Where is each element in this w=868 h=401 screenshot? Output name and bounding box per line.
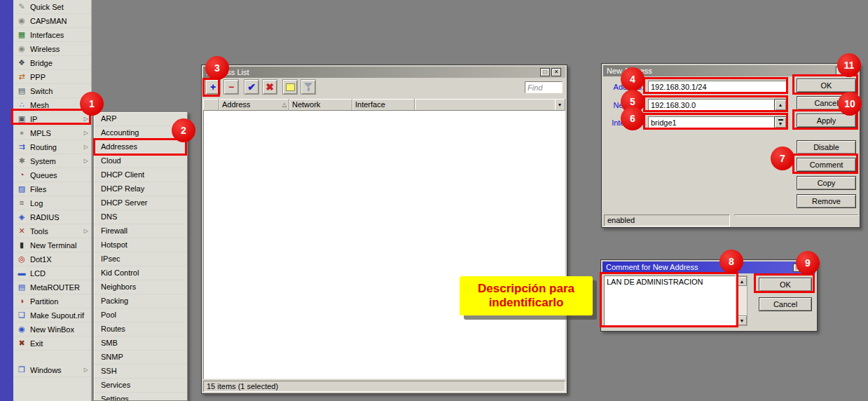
submenu-item-neighbors[interactable]: Neighbors bbox=[94, 280, 187, 294]
cancel-button[interactable]: Cancel bbox=[759, 297, 812, 311]
sidebar-item-bridge[interactable]: ❖Bridge bbox=[13, 56, 91, 70]
sidebar-item-label: Windows bbox=[30, 366, 84, 374]
scroll-track[interactable] bbox=[737, 286, 747, 315]
new-address-titlebar[interactable]: New Address bbox=[603, 65, 858, 76]
sidebar-item-make-supout-rif[interactable]: ❏Make Supout.rif bbox=[13, 308, 91, 322]
apply-button[interactable]: Apply bbox=[797, 114, 856, 128]
submenu-item-settings[interactable]: Settings bbox=[94, 393, 187, 401]
submenu-item-services[interactable]: Services bbox=[94, 379, 187, 393]
submenu-item-cloud[interactable]: Cloud bbox=[94, 154, 187, 168]
sidebar-item-capsman[interactable]: ◉CAPsMAN bbox=[13, 14, 91, 28]
submenu-item-addresses[interactable]: Addresses bbox=[94, 140, 187, 154]
sidebar-item-label: Tools bbox=[30, 227, 84, 236]
dropdown-button[interactable]: ▼ bbox=[774, 116, 787, 128]
comment-dialog-titlebar[interactable]: Comment for New Address bbox=[602, 261, 815, 273]
close-button[interactable]: ✕ bbox=[847, 67, 857, 75]
sidebar-item-exit[interactable]: ✖Exit bbox=[13, 337, 91, 351]
sidebar-item-tools[interactable]: ✕Tools▷ bbox=[13, 224, 91, 238]
sidebar-item-system[interactable]: ✱System▷ bbox=[13, 154, 91, 168]
maximize-icon: □ bbox=[797, 264, 800, 271]
submenu-item-ipsec[interactable]: IPsec bbox=[94, 252, 187, 266]
sidebar-item-metarouter[interactable]: ▤MetaROUTER bbox=[13, 280, 91, 294]
find-input[interactable] bbox=[525, 81, 563, 93]
sidebar-item-dot1x[interactable]: ◎Dot1X bbox=[13, 252, 91, 266]
submenu-item-snmp[interactable]: SNMP bbox=[94, 351, 187, 365]
submenu-item-packing[interactable]: Packing bbox=[94, 294, 187, 308]
column-header-network[interactable]: Network bbox=[289, 99, 352, 110]
sidebar-item-partition[interactable]: ◑Partition bbox=[13, 294, 91, 308]
maximize-button[interactable]: □ bbox=[540, 68, 550, 76]
ok-button[interactable]: OK bbox=[797, 79, 856, 93]
add-button[interactable]: + bbox=[205, 79, 221, 95]
column-header-interface[interactable]: Interface bbox=[352, 99, 415, 110]
ok-button[interactable]: OK bbox=[759, 278, 812, 292]
close-button[interactable]: ✕ bbox=[804, 264, 814, 272]
sidebar-item-radius[interactable]: ◈RADIUS bbox=[13, 210, 91, 224]
sidebar-item-interfaces[interactable]: ▦Interfaces bbox=[13, 28, 91, 42]
copy-button[interactable]: Copy bbox=[797, 176, 856, 190]
address-list-titlebar[interactable]: Address List bbox=[203, 67, 565, 78]
submenu-item-dhcp-relay[interactable]: DHCP Relay bbox=[94, 182, 187, 196]
maximize-button[interactable]: □ bbox=[793, 264, 803, 272]
submenu-item-smb[interactable]: SMB bbox=[94, 337, 187, 351]
submenu-item-pool[interactable]: Pool bbox=[94, 308, 187, 322]
maximize-button[interactable]: □ bbox=[836, 67, 846, 75]
sidebar-item-label: System bbox=[30, 157, 84, 165]
submenu-item-accounting[interactable]: Accounting bbox=[94, 126, 187, 140]
sidebar-item-wireless[interactable]: ◉Wireless bbox=[13, 42, 91, 56]
enable-button[interactable]: ✔ bbox=[244, 79, 259, 95]
submenu-item-arp[interactable]: ARP bbox=[94, 112, 187, 126]
switch-icon: ▤ bbox=[16, 87, 27, 95]
cancel-button[interactable]: Cancel bbox=[797, 96, 856, 110]
scroll-up-button[interactable]: ▲ bbox=[737, 276, 747, 286]
comment-button[interactable]: Comment bbox=[797, 158, 856, 172]
field-input-interface[interactable] bbox=[648, 116, 774, 128]
column-chooser-button[interactable]: ▼ bbox=[555, 99, 565, 110]
arrow-down-icon: ▼ bbox=[778, 121, 783, 126]
field-label-address: Address: bbox=[606, 83, 644, 91]
windows-icon: ❐ bbox=[16, 366, 27, 374]
column-select-cell[interactable] bbox=[203, 99, 219, 110]
spin-up-button[interactable]: ▲ bbox=[774, 99, 787, 111]
submenu-item-dhcp-client[interactable]: DHCP Client bbox=[94, 168, 187, 182]
submenu-item-dhcp-server[interactable]: DHCP Server bbox=[94, 196, 187, 210]
sidebar-item-switch[interactable]: ▤Switch bbox=[13, 84, 91, 98]
sidebar-item-new-winbox[interactable]: ◉New WinBox bbox=[13, 322, 91, 337]
submenu-item-hotspot[interactable]: Hotspot bbox=[94, 238, 187, 252]
cross-icon: ✖ bbox=[266, 82, 274, 92]
filter-button[interactable] bbox=[301, 79, 316, 95]
disable-button[interactable]: Disable bbox=[797, 140, 856, 154]
sidebar-item-ip[interactable]: ▣IP▷ bbox=[13, 112, 91, 126]
sidebar-item-ppp[interactable]: ⇄PPP bbox=[13, 70, 91, 84]
sidebar-item-files[interactable]: ▨Files bbox=[13, 182, 91, 196]
submenu-item-routes[interactable]: Routes bbox=[94, 322, 187, 337]
sidebar-item-queues[interactable]: ◔Queues bbox=[13, 168, 91, 182]
remove-button[interactable]: − bbox=[223, 79, 239, 95]
sidebar-item-mesh[interactable]: ∴Mesh bbox=[13, 98, 91, 112]
comment-scrollbar[interactable]: ▲ ▼ bbox=[736, 276, 748, 326]
submenu-item-ssh[interactable]: SSH bbox=[94, 365, 187, 379]
submenu-item-kid-control[interactable]: Kid Control bbox=[94, 266, 187, 280]
submenu-item-firewall[interactable]: Firewall bbox=[94, 224, 187, 238]
sidebar-item-quick-set[interactable]: ✎Quick Set bbox=[13, 0, 91, 14]
sidebar-item-windows[interactable]: ❐Windows▷ bbox=[13, 363, 91, 377]
field-input-address[interactable] bbox=[648, 81, 787, 93]
field-input-network[interactable] bbox=[648, 99, 774, 111]
scroll-down-button[interactable]: ▼ bbox=[737, 315, 747, 325]
comment-button[interactable] bbox=[282, 79, 298, 95]
sidebar-item-mpls[interactable]: ●MPLS▷ bbox=[13, 126, 91, 140]
comment-textarea[interactable]: LAN DE ADMINISTRACION bbox=[604, 276, 736, 326]
remove-button[interactable]: Remove bbox=[797, 194, 856, 208]
close-button[interactable]: ✕ bbox=[551, 68, 561, 76]
sidebar-item-routing[interactable]: ⇉Routing▷ bbox=[13, 140, 91, 154]
sidebar-item-log[interactable]: ≡Log bbox=[13, 196, 91, 210]
column-label: Address bbox=[222, 100, 250, 110]
disable-button[interactable]: ✖ bbox=[262, 79, 277, 95]
submenu-item-dns[interactable]: DNS bbox=[94, 210, 187, 224]
partition-icon: ◑ bbox=[16, 297, 27, 305]
sidebar-item-new-terminal[interactable]: ▮New Terminal bbox=[13, 238, 91, 252]
log-icon: ≡ bbox=[16, 199, 27, 207]
queues-gauge-icon: ◔ bbox=[16, 171, 27, 179]
column-header-address[interactable]: Address△ bbox=[219, 99, 289, 110]
sidebar-item-lcd[interactable]: ▬LCD bbox=[13, 266, 91, 280]
